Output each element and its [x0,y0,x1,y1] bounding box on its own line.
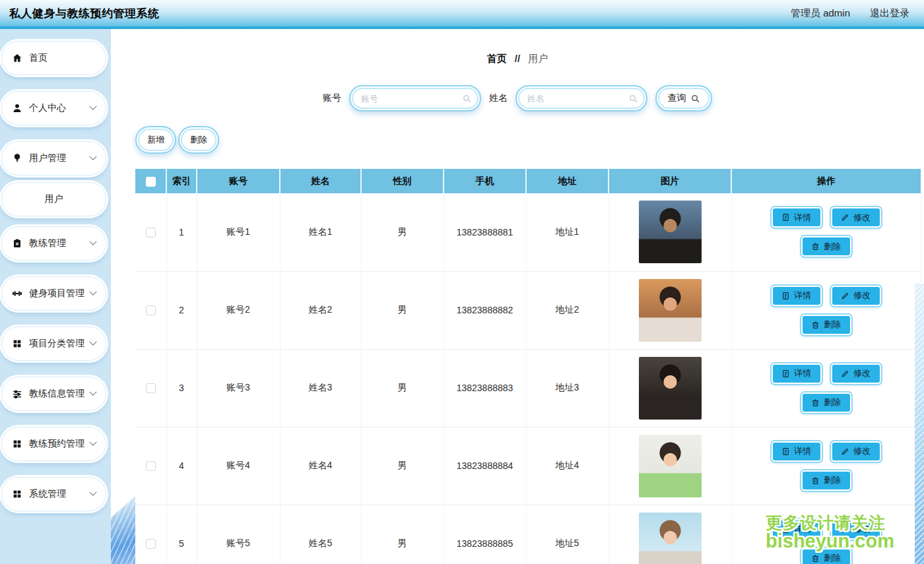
query-button[interactable]: 查询 [655,85,712,111]
sidebar-item-home[interactable]: 首页 [1,41,106,75]
cell-index: 1 [166,193,197,271]
search-icon [462,94,472,104]
search-bar: 账号 姓名 查询 [111,85,924,111]
edit-button[interactable]: 修改 [831,286,881,306]
sliders-icon [12,389,22,399]
cell-account: 账号2 [197,271,280,349]
breadcrumb: 首页 // 用户 [111,53,924,65]
column-header: 地址 [526,169,609,193]
cell-name: 姓名5 [280,505,361,564]
cell-photo [609,193,731,271]
cell-gender: 男 [361,193,444,271]
account-label: 账号 [323,92,341,104]
table-row: 4 账号4 姓名4 男 13823888884 地址4 详情 修改 删除 [135,427,921,505]
cell-name: 姓名1 [280,193,361,271]
sidebar-item-label: 个人中心 [29,102,66,114]
column-header: 手机 [444,169,526,193]
cell-address: 地址2 [526,271,609,349]
sidebar-item-label: 用户 [45,193,63,205]
delete-button[interactable]: 删除 [178,126,219,154]
chevron-down-icon [89,103,96,110]
delete-row-button[interactable]: 删除 [801,315,851,335]
sidebar-item-project-category-management[interactable]: 项目分类管理 [1,327,106,361]
person-icon [12,103,22,113]
table-toolbar: 新增 删除 [135,126,924,154]
account-input[interactable] [361,94,462,104]
column-header: 操作 [731,169,921,193]
sidebar-item-personal-center[interactable]: 个人中心 [1,91,106,125]
user-photo [639,201,702,263]
cell-gender: 男 [361,349,444,427]
logout-link[interactable]: 退出登录 [870,7,909,20]
document-icon [781,369,790,378]
detail-button[interactable]: 详情 [772,286,822,306]
main-content: 首页 // 用户 账号 姓名 查询 新增 删除 [111,29,924,564]
delete-row-button[interactable]: 删除 [801,470,851,491]
detail-button[interactable]: 详情 [772,441,822,462]
sidebar-item-user-management[interactable]: 用户管理 [1,141,106,175]
delete-row-button[interactable]: 删除 [801,392,851,413]
name-input[interactable] [527,94,628,104]
sidebar-item-coach-info-management[interactable]: 教练信息管理 [1,377,106,411]
trash-icon [811,242,820,251]
edit-button[interactable]: 修改 [831,363,881,384]
name-field-wrap [515,85,647,111]
detail-button[interactable]: 详情 [772,207,822,228]
add-button[interactable]: 新增 [135,126,176,154]
cell-index: 4 [166,427,197,505]
cell-name: 姓名3 [280,349,361,427]
table-row: 2 账号2 姓名2 男 13823888882 地址2 详情 修改 删除 [135,271,921,349]
row-checkbox[interactable] [146,383,156,393]
query-button-label: 查询 [668,92,686,104]
row-checkbox[interactable] [146,539,156,549]
table-header-row: 索引 账号 姓名 性别 手机 地址 图片 操作 [135,169,921,193]
watermark-line2: bisheyun.com [766,531,894,551]
dumbbell-icon [12,288,22,299]
top-header: 私人健身与教练预约管理系统 管理员 admin 退出登录 [0,0,924,26]
edit-button[interactable]: 修改 [831,207,881,228]
edit-button[interactable]: 修改 [831,441,881,462]
detail-button[interactable]: 详情 [772,363,822,384]
cell-name: 姓名2 [280,271,361,349]
cell-phone: 13823888885 [444,505,526,564]
row-checkbox[interactable] [146,228,156,237]
search-icon [628,94,638,104]
sidebar-subitem-user[interactable]: 用户 [1,182,106,216]
breadcrumb-home[interactable]: 首页 [487,53,507,64]
cell-phone: 13823888883 [444,349,526,427]
account-field-wrap [349,85,481,111]
search-icon [690,94,700,104]
chevron-down-icon [89,153,96,160]
table-row: 3 账号3 姓名3 男 13823888883 地址3 详情 修改 删除 [135,349,921,427]
chevron-down-icon [89,439,96,446]
row-checkbox[interactable] [146,461,156,471]
user-photo [639,513,702,564]
delete-row-button[interactable]: 删除 [801,236,851,257]
column-header: 姓名 [280,169,361,193]
trash-icon [811,476,820,485]
sidebar-item-coach-booking-management[interactable]: 教练预约管理 [1,427,106,461]
sidebar-item-fitness-project-management[interactable]: 健身项目管理 [1,276,106,311]
document-icon [781,447,790,456]
cell-account: 账号3 [197,349,280,427]
column-header: 图片 [609,169,731,193]
user-photo [639,279,702,342]
row-checkbox[interactable] [146,305,156,315]
pencil-icon [841,447,849,456]
user-photo [639,357,702,420]
chevron-down-icon [89,238,96,245]
cell-index: 3 [166,349,197,427]
clipboard-x-icon [12,238,22,249]
cell-account: 账号5 [197,505,280,564]
sidebar-item-label: 教练管理 [29,237,66,249]
sidebar-item-system-management[interactable]: 系统管理 [1,477,106,511]
cell-account: 账号4 [197,427,280,505]
cell-actions: 详情 修改 删除 [731,193,921,271]
sidebar-item-coach-management[interactable]: 教练管理 [1,226,106,261]
cell-photo [609,349,731,427]
select-all-checkbox[interactable] [146,177,156,187]
home-icon [12,53,22,63]
sidebar-item-label: 健身项目管理 [29,288,84,299]
table-row: 1 账号1 姓名1 男 13823888881 地址1 详情 修改 删除 [135,193,921,271]
chevron-down-icon [89,389,96,396]
